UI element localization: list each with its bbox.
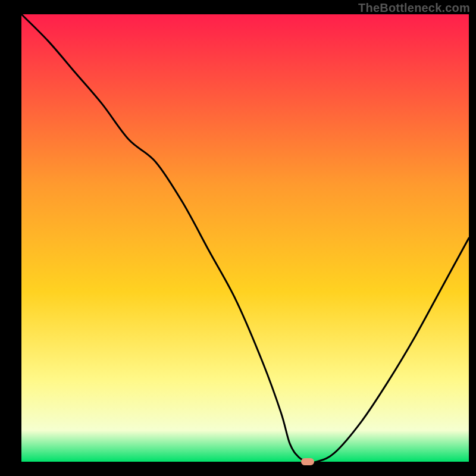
chart-frame: TheBottleneck.com (0, 0, 476, 476)
watermark-text: TheBottleneck.com (358, 1, 470, 15)
plot-area (21, 14, 469, 462)
plot-svg (21, 14, 469, 462)
gradient-background (21, 14, 469, 462)
optimal-marker (301, 458, 314, 465)
